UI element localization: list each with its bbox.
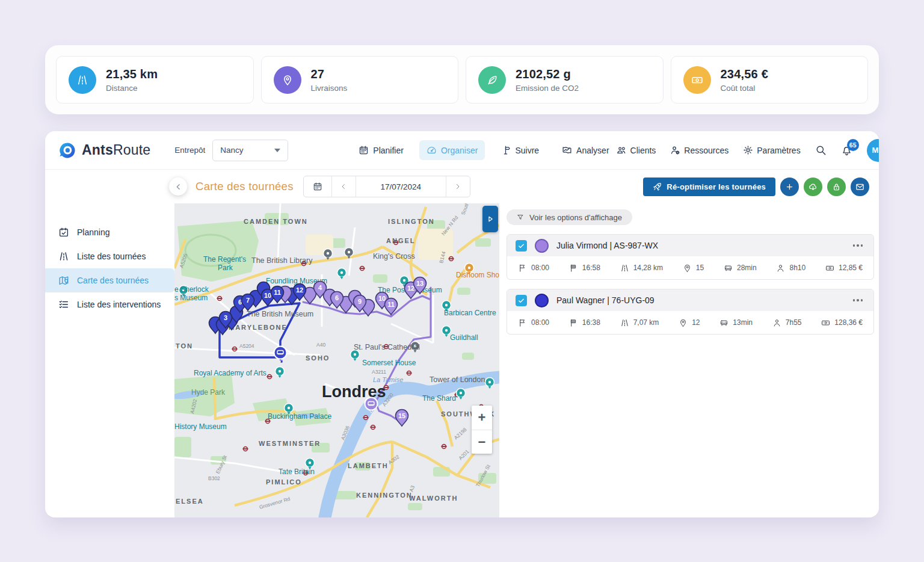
finish-flag-icon <box>569 264 578 273</box>
poi-marker <box>445 304 448 306</box>
map-pin-number: 10 <box>378 295 386 302</box>
city-label: Londres <box>322 383 386 401</box>
poi-marker <box>488 381 491 383</box>
map-pin-number: 11 <box>387 301 395 308</box>
map-label: SOHO <box>306 354 330 362</box>
logo-text: AntsRoute <box>82 142 150 158</box>
filter-icon <box>517 214 524 221</box>
map-pin-number: 9 <box>358 298 362 305</box>
poi-marker <box>288 407 290 409</box>
map-pin-number: 15 <box>398 412 405 419</box>
sidebar-item-carte-tournees[interactable]: Carte des tournées <box>45 268 174 292</box>
menu-parametres[interactable]: Paramètres <box>743 145 800 155</box>
map-label: The Shard <box>422 394 456 403</box>
road-icon <box>620 318 629 327</box>
map-canvas[interactable]: CAMDEN TOWNISLINGTONANGELMARYLEBONESOHOW… <box>174 203 499 517</box>
date-next-button[interactable] <box>446 176 470 197</box>
map-label: B302 <box>208 475 220 481</box>
notifications-bell-icon[interactable]: 65 <box>841 144 852 156</box>
reoptimize-button[interactable]: Ré-optimiser les tournées <box>643 178 775 196</box>
panel-toggle-button[interactable] <box>482 206 498 232</box>
route-driver: Paul Wagner | 76-UYG-09 <box>556 295 654 305</box>
car-icon <box>719 318 728 327</box>
flag-icon <box>518 264 527 273</box>
date-picker: 17/07/2024 <box>303 176 470 197</box>
stat-value: 27 <box>311 67 348 81</box>
stat-value: 21,35 km <box>106 67 158 81</box>
search-icon[interactable] <box>815 144 827 156</box>
tab-organiser[interactable]: Organiser <box>419 140 485 160</box>
export-cloud-button[interactable] <box>804 178 822 196</box>
route-checkbox[interactable] <box>516 240 527 252</box>
transit-station-icon <box>232 348 238 350</box>
sidebar-item-liste-interventions[interactable]: Liste des interventions <box>45 292 174 317</box>
map-label: Buckingham Palace <box>268 412 331 421</box>
lock-button[interactable] <box>827 178 846 196</box>
map-label: Dishoom Shoredito <box>456 271 499 279</box>
landmark-marker <box>348 251 350 253</box>
zoom-in-button[interactable]: + <box>472 406 492 430</box>
sidebar-item-planning[interactable]: Planning <box>45 220 174 244</box>
logo-icon <box>58 141 76 159</box>
map-label: Park <box>218 264 233 272</box>
mail-button[interactable] <box>851 178 869 196</box>
map-label: MARYLEBONE <box>229 324 288 331</box>
map-pin-number: 4 <box>318 284 322 291</box>
landmark-marker <box>327 252 329 255</box>
more-menu-icon[interactable] <box>851 297 866 304</box>
stat-label: Emission de CO2 <box>516 84 579 93</box>
route-checkbox[interactable] <box>516 295 527 306</box>
map[interactable]: CAMDEN TOWNISLINGTONANGELMARYLEBONESOHOW… <box>174 203 499 517</box>
map-label: ANGEL <box>386 237 416 244</box>
add-button[interactable] <box>780 178 799 196</box>
route-card-stats: 08:00 16:58 14,28 km 15 28min 8h10 12,85… <box>507 256 873 279</box>
road-icon <box>620 264 629 273</box>
tab-analyser[interactable]: Analyser <box>555 140 616 160</box>
back-button[interactable] <box>169 178 187 196</box>
transit-station-icon <box>363 417 369 418</box>
avatar[interactable]: MH <box>867 139 879 162</box>
map-label: History Museum <box>174 422 227 431</box>
finish-flag-icon <box>569 318 578 327</box>
stat-label: Distance <box>106 84 158 93</box>
vehicle-marker[interactable] <box>365 398 378 410</box>
vehicle-marker <box>368 404 374 405</box>
poi-marker <box>354 353 356 356</box>
sidebar-item-liste-tournees[interactable]: Liste des tournées <box>45 244 174 268</box>
map-label: A3211 <box>372 369 386 375</box>
map-label: The British Museum <box>247 310 313 318</box>
map-label: The Regent's <box>203 255 246 264</box>
transit-station-icon <box>442 446 447 447</box>
zoom-out-button[interactable]: − <box>472 430 492 454</box>
transit-station-icon <box>407 372 412 374</box>
date-prev-button[interactable] <box>331 176 356 197</box>
banknote-icon <box>683 66 711 94</box>
display-options-button[interactable]: Voir les options d'affichage <box>507 209 632 225</box>
map-label: WALWORTH <box>409 495 458 502</box>
vehicle-marker <box>277 353 283 354</box>
vehicle-marker[interactable] <box>274 347 287 359</box>
banknote-icon <box>821 318 830 327</box>
map-label: Somerset House <box>362 359 416 367</box>
route-driver: Julia Virmond | AS-987-WX <box>556 241 658 250</box>
map-pin-icon <box>683 264 692 273</box>
menu-ressources[interactable]: Ressources <box>670 145 728 155</box>
tab-suivre[interactable]: Suivre <box>493 140 546 160</box>
warehouse-select[interactable]: Nancy <box>212 140 288 161</box>
stat-label: Coût total <box>721 84 768 93</box>
map-label: Tower of London <box>430 375 485 384</box>
map-label: PIMLICO <box>266 478 302 486</box>
tab-planifier[interactable]: Planifier <box>351 140 411 160</box>
more-menu-icon[interactable] <box>851 242 866 249</box>
map-label: ISLINGTON <box>388 218 435 225</box>
routes-panel: Voir les options d'affichage Julia Virmo… <box>499 203 879 517</box>
map-pin-number: 10 <box>264 292 271 299</box>
app-header: AntsRoute Entrepôt Nancy Planifier Organ… <box>45 131 879 170</box>
transit-station-icon <box>243 448 248 449</box>
map-pin-number: 13 <box>416 280 424 287</box>
poi-marker <box>340 271 343 274</box>
date-value: 17/07/2024 <box>356 176 446 197</box>
calendar-icon[interactable] <box>304 176 331 197</box>
transit-station-icon <box>371 427 376 428</box>
menu-clients[interactable]: Clients <box>617 145 656 155</box>
